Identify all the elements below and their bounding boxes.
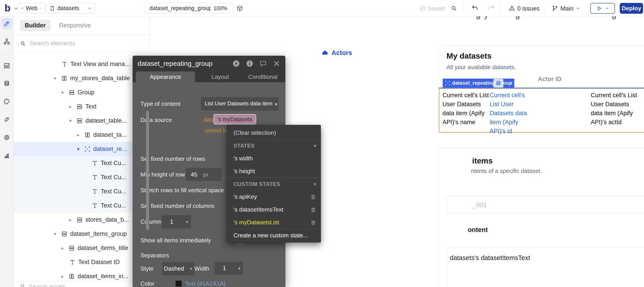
tree-item[interactable]: Text Datasets <box>14 52 150 57</box>
undo-icon[interactable] <box>472 5 478 12</box>
tree-caret-icon[interactable] <box>61 246 68 251</box>
rail-data-icon[interactable] <box>2 78 12 89</box>
my-datasets-card[interactable]: My datasets All your available datasets.… <box>438 45 644 133</box>
my-datasets-title[interactable]: My datasets <box>446 51 492 60</box>
dropdown-item[interactable]: Create a new custom state...▾ <box>227 229 321 242</box>
logo-chevron-icon[interactable] <box>14 6 18 11</box>
section-collapse-icon[interactable]: ▾ <box>314 181 316 187</box>
color-swatch[interactable] <box>175 280 182 287</box>
tree-caret-icon[interactable] <box>69 217 76 223</box>
tree-item[interactable]: dataset_items_in... <box>14 269 150 281</box>
branch-name[interactable]: Main <box>560 5 574 12</box>
tree-item[interactable]: my_stores_data_table <box>14 71 150 85</box>
tab-builder[interactable]: Builder <box>20 20 50 31</box>
dropdown-item[interactable]: 's width▾ <box>227 152 321 165</box>
rail-workflow-icon[interactable] <box>2 36 12 47</box>
tree-item[interactable]: Text Cu... <box>14 199 150 213</box>
zoom-select[interactable]: 100% <box>210 3 234 13</box>
page-select[interactable]: datasets <box>46 3 95 13</box>
tree-caret-icon[interactable] <box>69 104 76 109</box>
search-elements-input[interactable] <box>30 40 124 47</box>
issues-count[interactable]: 0 issues <box>517 5 540 12</box>
dynamic-expression-cell[interactable]: Current cell's List User Datasets data i… <box>490 91 532 136</box>
dropdown-item[interactable]: STATES▾ <box>227 139 321 152</box>
tree-item[interactable]: dataset_items_group <box>14 227 150 241</box>
tree-item[interactable]: dataset_items_title <box>14 241 150 255</box>
element-comment-icon[interactable] <box>259 60 267 67</box>
tree-item[interactable]: Text Cu... <box>14 156 150 170</box>
platform-select[interactable]: Web <box>18 3 45 13</box>
tree-caret-icon[interactable] <box>54 76 61 81</box>
dropdown-item[interactable]: (Clear selection)▾ <box>227 126 321 139</box>
tree-item[interactable]: Text Dataset ID <box>14 255 150 269</box>
dataset-content-expression[interactable]: datasets's datasetItemsText <box>450 254 530 262</box>
tree-caret-icon[interactable] <box>77 146 84 152</box>
separator-style-select[interactable]: Dashed ▾ <box>162 262 195 275</box>
search-icon[interactable] <box>450 5 457 12</box>
tree-caret-icon[interactable] <box>54 231 61 237</box>
dataset-id-input[interactable]: _001 <box>446 196 644 214</box>
element-info-icon[interactable] <box>246 60 254 67</box>
tab-layout[interactable]: Layout <box>207 71 234 82</box>
search-assets-input[interactable] <box>29 283 96 287</box>
dataset-items-card[interactable]: items ntents of a specific dataset. _001… <box>438 148 644 287</box>
element-tab[interactable]: dataset_repeating_group <box>144 3 208 13</box>
rail-settings-icon[interactable] <box>2 132 12 143</box>
deploy-button[interactable]: Deploy <box>620 3 643 14</box>
dataset-items-title-fragment[interactable]: items <box>472 156 492 165</box>
close-icon[interactable] <box>273 60 280 67</box>
element-preview-icon[interactable] <box>232 60 240 67</box>
dropdown-item[interactable]: 's apiKey▾ <box>227 190 321 203</box>
rail-design-icon[interactable] <box>2 18 12 29</box>
tree-caret-icon[interactable] <box>61 90 68 95</box>
tab-conditional[interactable]: Conditional <box>245 71 281 82</box>
tab-appearance[interactable]: Appearance <box>136 71 195 82</box>
nav-item-actors[interactable]: Actors <box>322 49 352 57</box>
inspector-header[interactable]: dataset_repeating_group <box>132 56 285 71</box>
rail-logs-icon[interactable] <box>2 150 12 161</box>
rail-plugins-icon[interactable] <box>2 114 12 125</box>
tree-caret-icon[interactable] <box>69 118 76 123</box>
data-source-selected-token[interactable]: 's myDatasets <box>214 114 256 124</box>
tree-caret-icon[interactable] <box>77 132 84 138</box>
tree-item[interactable]: dataset_ta... <box>14 128 150 142</box>
tree-item[interactable]: dataset_table... <box>14 114 150 128</box>
dataset-items-subtitle-fragment[interactable]: ntents of a specific dataset. <box>471 168 542 175</box>
trash-icon[interactable] <box>310 220 316 226</box>
element-search-row[interactable] <box>14 35 150 52</box>
tree-item[interactable]: Text Cu... <box>14 184 150 199</box>
dropdown-item[interactable]: CUSTOM STATES▾ <box>227 178 321 190</box>
trash-icon[interactable] <box>310 207 316 213</box>
redo-icon[interactable] <box>488 5 495 12</box>
dropdown-item[interactable]: 's height▾ <box>227 165 321 178</box>
type-of-content-select[interactable]: List User Datasets data item ▾ <box>201 97 279 110</box>
tree-item[interactable]: stores_data_b... <box>14 213 150 227</box>
data-source-chip[interactable] <box>494 79 503 88</box>
tab-responsive[interactable]: Responsive <box>59 22 91 29</box>
tree-item[interactable]: Group <box>14 85 150 99</box>
columns-select[interactable]: 1 ▾ <box>161 215 191 228</box>
tree-item[interactable]: Text <box>14 99 150 114</box>
my-datasets-subtitle[interactable]: All your available datasets. <box>446 64 516 71</box>
bubble-logo[interactable]: b <box>4 3 10 13</box>
run-app-button[interactable] <box>590 3 615 14</box>
component-cube-icon[interactable] <box>236 5 243 12</box>
chevron-down-icon[interactable] <box>576 6 580 10</box>
tree-item[interactable]: Text Cu... <box>14 170 150 184</box>
dynamic-expression-cell[interactable]: Current cell's List User Datasets data i… <box>442 91 491 127</box>
tree-item[interactable]: dataset_re... <box>14 142 150 156</box>
dynamic-expression-cell[interactable]: Current cell's List User Datasets data i… <box>591 91 638 127</box>
tree-scrollbar-thumb[interactable] <box>146 111 149 230</box>
data-source-expression-line2[interactable]: :sorted b <box>203 127 226 134</box>
rail-components-icon[interactable] <box>2 60 12 71</box>
trash-icon[interactable] <box>310 194 316 200</box>
tree-caret-icon[interactable] <box>61 274 68 279</box>
asset-search-row[interactable] <box>14 281 150 287</box>
separator-width-select[interactable]: 1 ▾ <box>214 262 243 275</box>
dropdown-item[interactable]: 's datasetItemsText▾ <box>227 203 321 216</box>
dataset-content-box[interactable]: datasets's datasetItemsText <box>446 247 644 287</box>
rail-styles-icon[interactable] <box>2 96 12 107</box>
dropdown-item[interactable]: 's myDatasetsList▾ <box>227 216 321 229</box>
color-value-link[interactable]: Text (#1A1A1A) <box>185 280 226 287</box>
min-height-input[interactable]: 45 px <box>186 168 222 181</box>
